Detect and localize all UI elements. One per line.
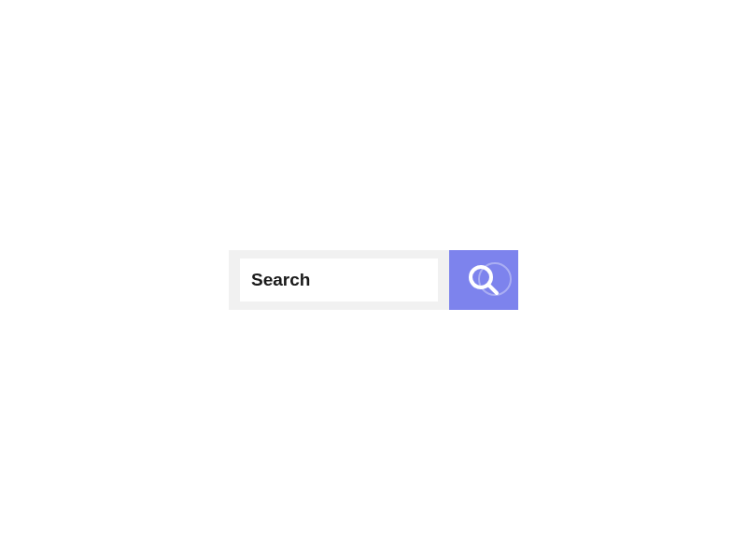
search-container bbox=[229, 250, 518, 310]
search-icon bbox=[466, 262, 501, 298]
search-input-wrapper bbox=[229, 250, 449, 310]
search-input[interactable] bbox=[240, 259, 438, 301]
search-button[interactable] bbox=[449, 250, 518, 310]
svg-line-1 bbox=[488, 285, 497, 293]
